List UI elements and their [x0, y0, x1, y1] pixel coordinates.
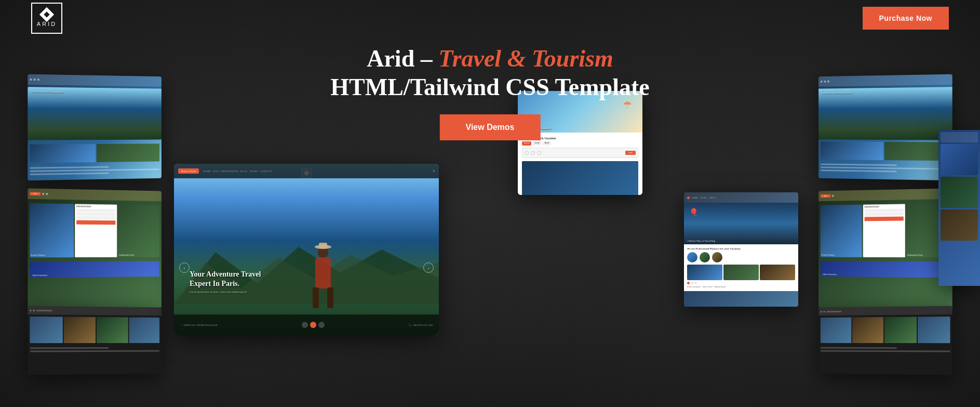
screenshot-hero-text: Your Adventure TravelExpert In Paris. Lo…: [190, 270, 261, 294]
partial-right-screenshot: [938, 130, 980, 286]
hero-title-accent: Travel & Tourism: [438, 45, 613, 72]
screenshot-nav-btn: Book a Trip ▾: [178, 168, 199, 174]
left-bottom-screenshot: Book Round of France FIND DESTINATION Ka…: [28, 188, 162, 310]
agency-screenshot: HOMETOURSABOUT 🎈 A Better Way of Travell…: [684, 192, 798, 307]
view-demos-button[interactable]: View Demos: [440, 114, 541, 140]
purchase-button[interactable]: Purchase Now: [863, 7, 949, 30]
logo-diamond-icon: [39, 7, 54, 22]
left-top-screenshot: Get Know Travel Experiences: [28, 74, 162, 181]
svg-rect-5: [327, 287, 333, 308]
main-screenshot: Book a Trip ▾ HOMEFACSDESTINATIONBLOGTOU…: [174, 164, 439, 335]
hero-title-part1: Arid –: [367, 45, 438, 72]
right-bottom-screenshot: Book Round of France FIND DESTINATION Ka…: [818, 188, 952, 310]
hero-section: Arid – Travel & Tourism HTML/Tailwind CS…: [330, 44, 649, 140]
svg-rect-3: [315, 257, 331, 288]
right-blog-screenshot: [818, 306, 952, 375]
logo: ARID: [31, 3, 62, 34]
right-top-screenshot: Get Know Travel Experiences: [818, 74, 952, 181]
svg-rect-7: [319, 243, 327, 248]
hero-subtitle: HTML/Tailwind CSS Template: [330, 73, 649, 101]
svg-rect-4: [313, 287, 319, 308]
left-blog-screenshot: [28, 306, 162, 375]
logo-box: ARID: [31, 3, 62, 34]
hero-title: Arid – Travel & Tourism: [330, 44, 649, 73]
header: ARID Purchase Now: [0, 0, 980, 36]
